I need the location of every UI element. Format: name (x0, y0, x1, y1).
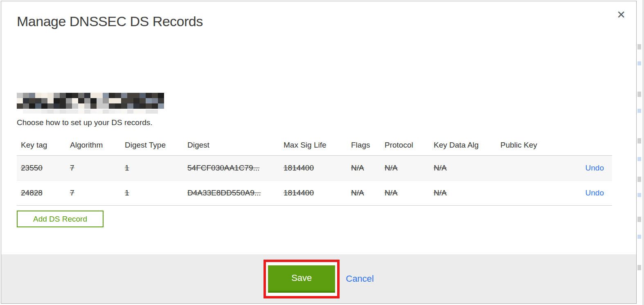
cell-digest-type: 1 (121, 156, 183, 181)
ds-records-table: Key tag Algorithm Digest Type Digest Max… (17, 135, 612, 206)
table-row: 24828 7 1 D4A33E8DD550A9... 1814400 N/A … (17, 181, 612, 206)
column-header-digest: Digest (183, 135, 279, 156)
cell-digest: D4A33E8DD550A9... (183, 181, 279, 206)
column-header-actions (557, 135, 612, 156)
column-header-flags: Flags (347, 135, 381, 156)
redacted-domain-name (17, 93, 163, 114)
background-link-fragment (637, 193, 641, 197)
cell-flags: N/A (347, 181, 381, 206)
background-text-fragment (637, 265, 641, 270)
cancel-link[interactable]: Cancel (346, 274, 374, 284)
background-text-fragment (637, 138, 641, 144)
background-page-scrollbar[interactable] (642, 0, 644, 305)
background-link-fragment (637, 61, 641, 65)
cell-max-sig-life: 1814400 (279, 181, 347, 206)
cell-flags: N/A (347, 156, 381, 181)
background-text-fragment (637, 177, 641, 182)
background-text-fragment (637, 44, 641, 49)
cell-key-tag: 23550 (17, 156, 66, 181)
column-header-algorithm: Algorithm (66, 135, 121, 156)
background-link-fragment (637, 109, 641, 113)
undo-link[interactable]: Undo (585, 188, 604, 197)
cell-algorithm: 7 (66, 156, 121, 181)
manage-dnssec-ds-records-dialog: Manage DNSSEC DS Records ✕ Choose how to… (1, 1, 637, 304)
cell-key-data-alg: N/A (430, 156, 496, 181)
cell-protocol: N/A (381, 156, 430, 181)
background-text-fragment (637, 217, 641, 222)
add-ds-record-button[interactable]: Add DS Record (17, 211, 104, 227)
save-button[interactable]: Save (268, 265, 335, 293)
cell-max-sig-life: 1814400 (279, 156, 347, 181)
column-header-public-key: Public Key (496, 135, 557, 156)
table-header-row: Key tag Algorithm Digest Type Digest Max… (17, 135, 612, 156)
undo-link[interactable]: Undo (585, 164, 604, 172)
table-row: 23550 7 1 54FCF030AA1C79... 1814400 N/A … (17, 156, 612, 181)
column-header-key-data-alg: Key Data Alg (430, 135, 496, 156)
background-page-sliver (637, 0, 644, 305)
background-link-fragment (637, 235, 641, 239)
cell-public-key (496, 181, 557, 206)
cell-public-key (496, 156, 557, 181)
column-header-protocol: Protocol (381, 135, 430, 156)
annotation-highlight-box: Save (263, 260, 340, 298)
column-header-digest-type: Digest Type (121, 135, 183, 156)
dialog-body: Manage DNSSEC DS Records ✕ Choose how to… (1, 1, 636, 254)
close-icon[interactable]: ✕ (617, 9, 626, 20)
screenshot-canvas: Manage DNSSEC DS Records ✕ Choose how to… (0, 0, 644, 305)
column-header-key-tag: Key tag (17, 135, 66, 156)
dialog-footer: Save Cancel (1, 254, 636, 303)
dialog-title: Manage DNSSEC DS Records (17, 13, 203, 29)
cell-digest-type: 1 (121, 181, 183, 206)
column-header-max-sig-life: Max Sig Life (279, 135, 347, 156)
cell-algorithm: 7 (66, 181, 121, 206)
cell-digest: 54FCF030AA1C79... (183, 156, 279, 181)
cell-key-data-alg: N/A (430, 181, 496, 206)
background-link-fragment (637, 157, 641, 161)
background-text-fragment (637, 92, 641, 97)
cell-protocol: N/A (381, 181, 430, 206)
instruction-text: Choose how to set up your DS records. (17, 118, 153, 127)
cell-key-tag: 24828 (17, 181, 66, 206)
